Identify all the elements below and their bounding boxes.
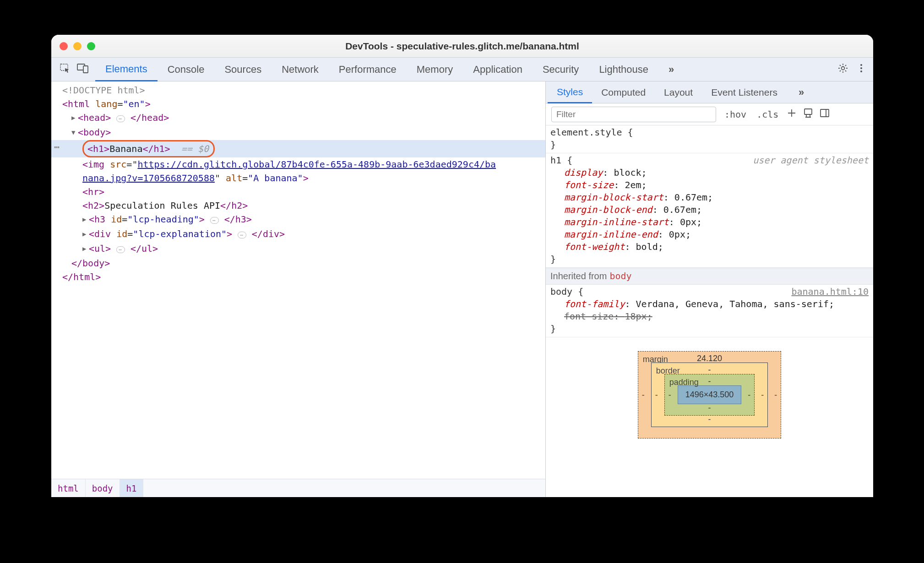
- dom-hr[interactable]: <hr>: [51, 185, 545, 199]
- crumb-h1[interactable]: h1: [120, 479, 144, 497]
- crumb-body[interactable]: body: [86, 479, 120, 497]
- window-traffic-lights: [60, 42, 95, 50]
- more-menu-icon[interactable]: [859, 63, 863, 76]
- styles-filter-input[interactable]: [551, 107, 716, 122]
- box-model[interactable]: margin 24.120 - - border - - - - padding: [546, 337, 873, 438]
- tab-sources[interactable]: Sources: [214, 58, 272, 81]
- tab-network[interactable]: Network: [272, 58, 329, 81]
- tab-memory[interactable]: Memory: [407, 58, 463, 81]
- box-model-padding-label: padding: [669, 376, 699, 389]
- subtab-computed[interactable]: Computed: [592, 81, 655, 103]
- tab-security[interactable]: Security: [533, 58, 589, 81]
- svg-point-4: [860, 64, 862, 66]
- tab-performance[interactable]: Performance: [329, 58, 407, 81]
- titlebar: DevTools - speculative-rules.glitch.me/b…: [51, 35, 873, 58]
- window-title: DevTools - speculative-rules.glitch.me/b…: [51, 41, 873, 52]
- svg-rect-8: [821, 109, 829, 117]
- ellipsis-icon: ⋯: [210, 217, 219, 224]
- tab-elements[interactable]: Elements: [95, 58, 158, 81]
- maximize-window-button[interactable]: [87, 42, 95, 50]
- chevron-double-right-icon: »: [799, 87, 802, 98]
- dom-body-open[interactable]: ▼<body>: [51, 125, 545, 140]
- svg-point-6: [860, 70, 862, 72]
- rule-element-style[interactable]: element.style { }: [546, 125, 873, 153]
- styles-body[interactable]: element.style { } h1 {user agent stylesh…: [546, 125, 873, 497]
- dom-head[interactable]: ▶<head> ⋯ </head>: [51, 111, 545, 125]
- rendering-emulation-icon[interactable]: [803, 108, 813, 120]
- inherited-from-header: Inherited frombody: [546, 268, 873, 285]
- styles-toolbar: :hov .cls: [546, 103, 873, 125]
- main-tabs: Elements Console Sources Network Perform…: [95, 58, 682, 81]
- dom-h2[interactable]: <h2>Speculation Rules API</h2>: [51, 199, 545, 212]
- hov-toggle[interactable]: :hov: [723, 108, 748, 121]
- main-tabstrip: Elements Console Sources Network Perform…: [51, 58, 873, 81]
- dom-selected-h1[interactable]: <h1>Banana</h1> == $0: [51, 140, 545, 157]
- tab-console[interactable]: Console: [158, 58, 215, 81]
- rule-body[interactable]: body {banana.html:10 font-family: Verdan…: [546, 285, 873, 337]
- svg-point-5: [860, 67, 862, 69]
- dom-html-close[interactable]: </html>: [51, 270, 545, 284]
- tab-application[interactable]: Application: [463, 58, 533, 81]
- svg-point-3: [842, 67, 845, 70]
- dom-tree[interactable]: <!DOCTYPE html> <html lang="en"> ▶<head>…: [51, 81, 545, 479]
- crumb-html[interactable]: html: [51, 479, 86, 497]
- subtab-layout[interactable]: Layout: [655, 81, 702, 103]
- svg-rect-2: [83, 66, 88, 73]
- dom-div[interactable]: ▶<div id="lcp-explanation"> ⋯ </div>: [51, 227, 545, 242]
- tabs-overflow[interactable]: »: [658, 58, 682, 81]
- dom-img-line2[interactable]: nana.jpg?v=1705668720588" alt="A banana"…: [51, 171, 545, 185]
- toggle-computed-sidebar-icon[interactable]: [820, 108, 830, 120]
- styles-subtabs: Styles Computed Layout Event Listeners »: [546, 81, 873, 103]
- cls-toggle[interactable]: .cls: [755, 108, 780, 121]
- ellipsis-icon: ⋯: [238, 232, 246, 238]
- settings-icon[interactable]: [837, 63, 848, 76]
- device-toolbar-icon[interactable]: [77, 63, 89, 76]
- main-split: <!DOCTYPE html> <html lang="en"> ▶<head>…: [51, 81, 873, 497]
- dom-ul[interactable]: ▶<ul> ⋯ </ul>: [51, 242, 545, 256]
- subtabs-overflow[interactable]: »: [789, 87, 811, 98]
- new-style-rule-icon[interactable]: [787, 108, 797, 120]
- close-window-button[interactable]: [60, 42, 68, 50]
- ellipsis-icon: ⋯: [116, 246, 125, 253]
- minimize-window-button[interactable]: [73, 42, 82, 50]
- elements-panel: <!DOCTYPE html> <html lang="en"> ▶<head>…: [51, 81, 546, 497]
- subtab-styles[interactable]: Styles: [548, 81, 592, 103]
- rule-h1[interactable]: h1 {user agent stylesheet display: block…: [546, 153, 873, 268]
- styles-panel: Styles Computed Layout Event Listeners »…: [546, 81, 873, 497]
- dom-html-open[interactable]: <html lang="en">: [51, 97, 545, 111]
- devtools-window: DevTools - speculative-rules.glitch.me/b…: [51, 35, 873, 497]
- svg-rect-7: [804, 109, 812, 114]
- subtab-event-listeners[interactable]: Event Listeners: [702, 81, 787, 103]
- chevron-double-right-icon: »: [669, 64, 672, 76]
- dom-doctype[interactable]: <!DOCTYPE html>: [62, 85, 145, 96]
- ellipsis-icon: ⋯: [116, 115, 125, 122]
- dom-body-close[interactable]: </body>: [51, 256, 545, 270]
- breadcrumb: html body h1: [51, 479, 545, 497]
- dom-h3[interactable]: ▶<h3 id="lcp-heading"> ⋯ </h3>: [51, 212, 545, 227]
- tab-lighthouse[interactable]: Lighthouse: [589, 58, 658, 81]
- inspect-element-icon[interactable]: [60, 63, 71, 76]
- dom-img-line1[interactable]: <img src="https://cdn.glitch.global/87b4…: [51, 157, 545, 171]
